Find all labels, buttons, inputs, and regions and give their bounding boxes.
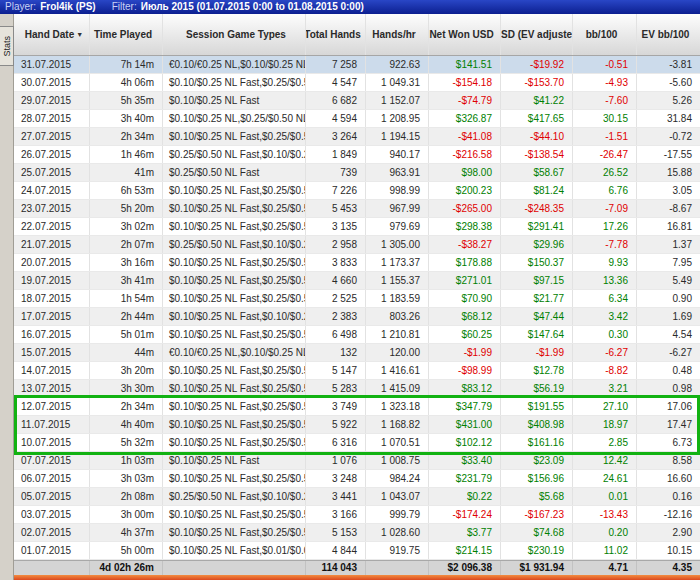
table-row[interactable]: 25.07.201541m$0.25/$0.50 NL Fast739963.9…	[14, 164, 700, 182]
cell-hands: 3 135	[306, 218, 366, 235]
cell-ev-bb100: 17.06	[637, 398, 700, 415]
table-row[interactable]: 27.07.20152h 34m$0.10/$0.25 NL Fast,$0.2…	[14, 128, 700, 146]
column-header-usd-ev-adjusted[interactable]: $ USD (EV adjusted)	[501, 14, 573, 55]
column-header-hand-date[interactable]: Hand Date ▼	[14, 14, 90, 55]
table-row[interactable]: 21.07.20152h 07m$0.25/$0.50 NL Fast,$0.1…	[14, 236, 700, 254]
cell-ev-bb100: 0.98	[637, 380, 700, 397]
cell-date: 11.07.2015	[14, 416, 90, 433]
cell-time: 3h 40m	[90, 110, 163, 127]
cell-net-won: $3.77	[429, 524, 501, 541]
cell-hands-hr: 1 194.15	[366, 128, 429, 145]
table-row[interactable]: 20.07.20153h 16m$0.10/$0.25 NL Fast,$0.2…	[14, 254, 700, 272]
summary-ev-usd: $1 931.94	[501, 561, 573, 575]
bottom-scroll-bar[interactable]	[14, 575, 700, 580]
table-row[interactable]: 15.07.201544m€0.10/€0.25 NL,$0.10/$0.25 …	[14, 344, 700, 362]
cell-ev-bb100: -8.67	[637, 200, 700, 217]
table-row[interactable]: 24.07.20156h 53m$0.10/$0.25 NL Fast,$0.2…	[14, 182, 700, 200]
cell-games: $0.10/$0.25 NL Fast,$0.25/$0.50...	[163, 74, 306, 91]
cell-time: 44m	[90, 344, 163, 361]
table-row[interactable]: 31.07.20157h 14m€0.10/€0.25 NL,$0.10/$0.…	[14, 56, 700, 74]
table-row[interactable]: 05.07.20152h 08m$0.25/$0.50 NL Fast,$0.1…	[14, 488, 700, 506]
column-header-hands-hr[interactable]: Hands/hr	[366, 14, 429, 55]
cell-bb100: 26.52	[573, 164, 637, 181]
table-row[interactable]: 12.07.20152h 34m$0.10/$0.25 NL Fast,$0.2…	[14, 398, 700, 416]
cell-games: $0.10/$0.25 NL Fast,$0.25/$0.50...	[163, 128, 306, 145]
cell-time: 1h 46m	[90, 146, 163, 163]
cell-ev-bb100: 8.58	[637, 452, 700, 469]
cell-date: 29.07.2015	[14, 92, 90, 109]
cell-net-won: $68.12	[429, 308, 501, 325]
cell-ev-bb100: -12.16	[637, 506, 700, 523]
cell-hands: 3 166	[306, 506, 366, 523]
cell-hands: 2 958	[306, 236, 366, 253]
cell-ev-bb100: -6.27	[637, 344, 700, 361]
cell-hands-hr: 1 416.61	[366, 362, 429, 379]
table-row[interactable]: 30.07.20154h 06m$0.10/$0.25 NL Fast,$0.2…	[14, 74, 700, 92]
column-header-total-hands[interactable]: Total Hands	[306, 14, 366, 55]
cell-bb100: 6.34	[573, 290, 637, 307]
cell-net-won: $326.87	[429, 110, 501, 127]
cell-net-won: $141.51	[429, 56, 501, 73]
cell-hands-hr: 1 323.18	[366, 398, 429, 415]
table-row[interactable]: 10.07.20155h 32m$0.10/$0.25 NL Fast,$0.2…	[14, 434, 700, 452]
table-row[interactable]: 06.07.20153h 03m$0.10/$0.25 NL Fast,$0.2…	[14, 470, 700, 488]
column-header-session-game-types[interactable]: Session Game Types	[163, 14, 306, 55]
cell-time: 5h 32m	[90, 434, 163, 451]
cell-time: 3h 16m	[90, 254, 163, 271]
cell-games: $0.10/$0.25 NL Fast,$0.25/$0.50...	[163, 470, 306, 487]
cell-ev-bb100: 17.47	[637, 416, 700, 433]
table-row[interactable]: 14.07.20153h 20m$0.10/$0.25 NL Fast,$0.2…	[14, 362, 700, 380]
cell-games: €0.10/€0.25 NL,$0.10/$0.25 NL F...	[163, 344, 306, 361]
cell-hands: 4 660	[306, 272, 366, 289]
table-row[interactable]: 13.07.20153h 30m$0.10/$0.25 NL Fast,$0.2…	[14, 380, 700, 398]
table-row[interactable]: 11.07.20154h 40m$0.10/$0.25 NL Fast,$0.2…	[14, 416, 700, 434]
table-row[interactable]: 02.07.20154h 37m$0.10/$0.25 NL Fast,$0.2…	[14, 524, 700, 542]
cell-hands-hr: 1 183.59	[366, 290, 429, 307]
cell-ev-usd: -$19.92	[501, 56, 573, 73]
cell-net-won: -$41.08	[429, 128, 501, 145]
cell-net-won: -$154.18	[429, 74, 501, 91]
cell-hands-hr: 1 210.81	[366, 326, 429, 343]
cell-games: $0.10/$0.25 NL Fast,$0.25/$0.50...	[163, 506, 306, 523]
table-row[interactable]: 17.07.20152h 44m$0.10/$0.25 NL Fast,$0.1…	[14, 308, 700, 326]
cell-date: 27.07.2015	[14, 128, 90, 145]
cell-hands-hr: 1 305.00	[366, 236, 429, 253]
cell-bb100: 30.15	[573, 110, 637, 127]
table-row[interactable]: 19.07.20153h 41m$0.10/$0.25 NL Fast,$0.2…	[14, 272, 700, 290]
cell-ev-usd: $29.96	[501, 236, 573, 253]
column-header-bb-100[interactable]: bb/100	[573, 14, 637, 55]
table-row[interactable]: 26.07.20151h 46m$0.25/$0.50 NL Fast,$0.1…	[14, 146, 700, 164]
table-row[interactable]: 01.07.20155h 00m$0.10/$0.25 NL Fast,$0.0…	[14, 542, 700, 560]
cell-hands-hr: 963.91	[366, 164, 429, 181]
cell-hands: 3 833	[306, 254, 366, 271]
cell-bb100: 3.21	[573, 380, 637, 397]
table-row[interactable]: 03.07.20153h 00m$0.10/$0.25 NL Fast,$0.2…	[14, 506, 700, 524]
cell-date: 30.07.2015	[14, 74, 90, 91]
column-header-time-played[interactable]: Time Played	[90, 14, 163, 55]
cell-date: 05.07.2015	[14, 488, 90, 505]
cell-date: 13.07.2015	[14, 380, 90, 397]
table-row[interactable]: 22.07.20153h 02m$0.10/$0.25 NL Fast,$0.2…	[14, 218, 700, 236]
table-row[interactable]: 28.07.20153h 40m$0.10/$0.25 NL,$0.25/$0.…	[14, 110, 700, 128]
cell-net-won: -$174.24	[429, 506, 501, 523]
cell-ev-bb100: 7.95	[637, 254, 700, 271]
table-row[interactable]: 07.07.20151h 03m$0.10/$0.25 NL Fast1 076…	[14, 452, 700, 470]
column-header-ev-bb-100[interactable]: EV bb/100	[637, 14, 700, 55]
summary-time-played: 4d 02h 26m	[90, 561, 163, 575]
cell-time: 3h 00m	[90, 506, 163, 523]
cell-hands: 1 076	[306, 452, 366, 469]
table-row[interactable]: 18.07.20151h 54m$0.10/$0.25 NL Fast,$0.2…	[14, 290, 700, 308]
column-header-net-won-usd[interactable]: Net Won USD	[429, 14, 501, 55]
cell-date: 28.07.2015	[14, 110, 90, 127]
table-row[interactable]: 16.07.20155h 01m$0.10/$0.25 NL Fast,$0.2…	[14, 326, 700, 344]
cell-date: 23.07.2015	[14, 200, 90, 217]
cell-time: 5h 00m	[90, 542, 163, 559]
cell-hands-hr: 998.99	[366, 182, 429, 199]
table-row[interactable]: 23.07.20155h 20m$0.10/$0.25 NL Fast,$0.2…	[14, 200, 700, 218]
table-row[interactable]: 29.07.20155h 35m$0.10/$0.25 NL Fast6 682…	[14, 92, 700, 110]
cell-games: $0.10/$0.25 NL,$0.25/$0.50 NL,...	[163, 110, 306, 127]
tab-stats[interactable]: Stats	[0, 26, 14, 66]
filter-value: Июль 2015 (01.07.2015 0:00 to 01.08.2015…	[141, 0, 364, 14]
cell-hands: 5 453	[306, 200, 366, 217]
cell-bb100: -7.60	[573, 92, 637, 109]
